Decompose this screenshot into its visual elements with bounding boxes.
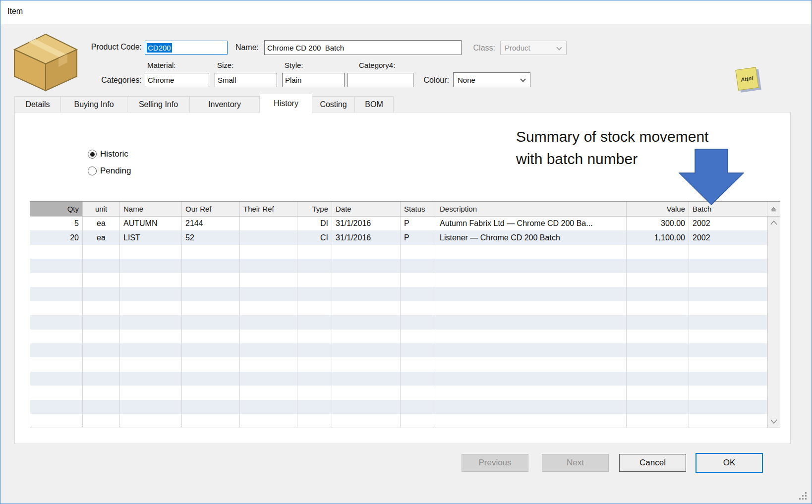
- tab-inventory[interactable]: Inventory: [190, 96, 260, 112]
- tab-history[interactable]: History: [260, 94, 312, 113]
- annotation-arrow-down-icon: [679, 149, 744, 205]
- class-dropdown[interactable]: Product: [500, 41, 567, 55]
- cell-empty: [240, 343, 297, 357]
- radio-pending[interactable]: Pending: [88, 166, 131, 176]
- category4-input[interactable]: [348, 73, 413, 87]
- cell-empty: [297, 273, 332, 287]
- style-input[interactable]: [282, 73, 345, 87]
- cell-batch: 2002: [689, 230, 767, 244]
- tab-details[interactable]: Details: [14, 96, 61, 112]
- table-row-empty[interactable]: [30, 414, 780, 428]
- table-row-empty[interactable]: [30, 245, 780, 259]
- cell-description: Autumn Fabrix Ltd — Chrome CD 200 Ba...: [436, 217, 627, 230]
- cell-empty: [689, 357, 767, 371]
- cell-empty: [182, 259, 240, 273]
- cell-empty: [182, 273, 240, 287]
- table-row[interactable]: 5 ea AUTUMN 2144 DI 31/1/2016 P Autumn F…: [30, 217, 780, 230]
- next-button[interactable]: Next: [542, 454, 609, 472]
- col-header-our-ref[interactable]: Our Ref: [182, 202, 240, 216]
- cell-empty: [401, 386, 436, 399]
- table-row-empty[interactable]: [30, 287, 780, 301]
- material-input[interactable]: [145, 73, 209, 87]
- cell-empty: [689, 372, 767, 386]
- radio-historic[interactable]: Historic: [88, 149, 128, 159]
- cell-empty: [627, 386, 689, 399]
- tab-bom[interactable]: BOM: [355, 96, 394, 112]
- cell-empty: [627, 301, 689, 315]
- cell-empty: [297, 245, 332, 259]
- name-input[interactable]: [264, 40, 462, 55]
- tab-buying-info[interactable]: Buying Info: [61, 96, 127, 112]
- cell-empty: [689, 245, 767, 259]
- col-header-their-ref[interactable]: Their Ref: [240, 202, 297, 216]
- attachment-note-icon[interactable]: Attn!: [736, 67, 763, 95]
- product-code-input[interactable]: CD200: [145, 41, 228, 55]
- cell-empty: [401, 357, 436, 371]
- cell-empty: [627, 357, 689, 371]
- class-value: Product: [505, 44, 530, 52]
- table-row-empty[interactable]: [30, 330, 780, 343]
- sort-icon-header[interactable]: [767, 202, 780, 216]
- cell-empty: [83, 287, 120, 301]
- table-row-empty[interactable]: [30, 372, 780, 386]
- cell-empty: [30, 315, 83, 329]
- table-row-empty[interactable]: [30, 357, 780, 371]
- cell-empty: [297, 400, 332, 414]
- vertical-scrollbar[interactable]: [767, 217, 780, 428]
- table-row-empty[interactable]: [30, 315, 780, 329]
- cell-empty: [297, 414, 332, 428]
- scroll-down-icon[interactable]: [770, 419, 777, 424]
- cell-empty: [436, 343, 627, 357]
- cell-empty: [627, 245, 689, 259]
- cell-empty: [436, 301, 627, 315]
- cell-empty: [182, 287, 240, 301]
- scroll-up-icon[interactable]: [770, 221, 777, 225]
- previous-button[interactable]: Previous: [462, 454, 528, 472]
- cell-empty: [332, 343, 401, 357]
- cell-empty: [436, 330, 627, 343]
- cell-empty: [120, 245, 182, 259]
- categories-label: Categories:: [75, 76, 142, 85]
- colour-dropdown[interactable]: None: [453, 72, 530, 87]
- col-header-date[interactable]: Date: [332, 202, 401, 216]
- table-row-empty[interactable]: [30, 400, 780, 414]
- cell-empty: [120, 301, 182, 315]
- radio-pending-label: Pending: [100, 166, 131, 176]
- tab-costing[interactable]: Costing: [312, 96, 355, 112]
- cell-empty: [83, 245, 120, 259]
- col-header-unit[interactable]: unit: [83, 202, 120, 216]
- cell-empty: [627, 287, 689, 301]
- ok-button[interactable]: OK: [696, 453, 763, 473]
- size-input[interactable]: [215, 73, 277, 87]
- name-label: Name:: [221, 43, 259, 52]
- table-row-empty[interactable]: [30, 301, 780, 315]
- table-row-empty[interactable]: [30, 273, 780, 287]
- cell-empty: [689, 343, 767, 357]
- tab-selling-info[interactable]: Selling Info: [127, 96, 190, 112]
- col-header-name[interactable]: Name: [120, 202, 182, 216]
- cell-empty: [401, 400, 436, 414]
- sort-icon: [771, 206, 776, 213]
- cell-empty: [83, 301, 120, 315]
- cell-empty: [120, 315, 182, 329]
- cancel-button[interactable]: Cancel: [619, 454, 686, 472]
- table-row-empty[interactable]: [30, 386, 780, 399]
- col-header-qty[interactable]: Qty: [30, 202, 83, 216]
- cell-empty: [627, 315, 689, 329]
- cell-unit: ea: [83, 230, 120, 244]
- cell-empty: [297, 372, 332, 386]
- col-header-type[interactable]: Type: [297, 202, 332, 216]
- cell-status: P: [401, 217, 436, 230]
- annotation-line1: Summary of stock movement: [516, 125, 708, 148]
- table-row-empty[interactable]: [30, 259, 780, 273]
- col-header-description[interactable]: Description: [436, 202, 627, 216]
- resize-grip[interactable]: [799, 492, 808, 501]
- cell-empty: [401, 343, 436, 357]
- table-row[interactable]: 20 ea LIST 52 CI 31/1/2016 P Listener — …: [30, 230, 780, 244]
- cell-empty: [240, 414, 297, 428]
- col-header-status[interactable]: Status: [401, 202, 436, 216]
- history-table-body: 5 ea AUTUMN 2144 DI 31/1/2016 P Autumn F…: [30, 217, 780, 428]
- cell-name: AUTUMN: [120, 217, 182, 230]
- table-row-empty[interactable]: [30, 343, 780, 357]
- cell-empty: [30, 372, 83, 386]
